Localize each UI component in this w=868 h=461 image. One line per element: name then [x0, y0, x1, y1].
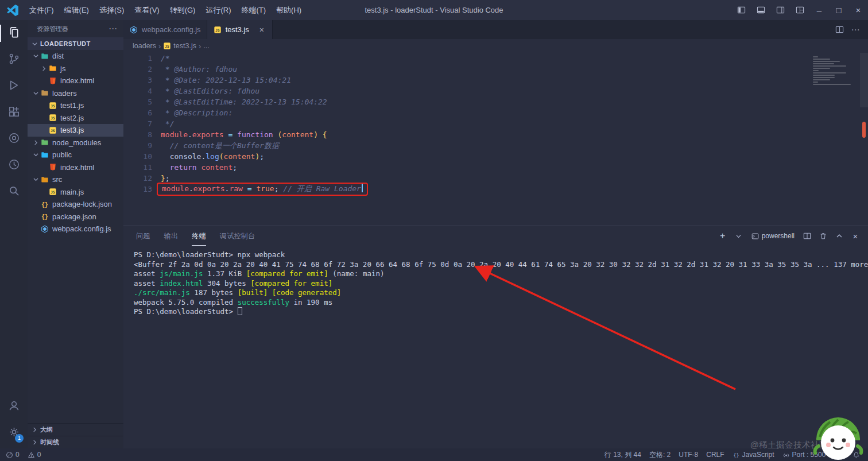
close-panel-icon[interactable]: ×	[850, 230, 861, 242]
maximize-panel-icon[interactable]	[834, 230, 845, 242]
status-item[interactable]: Port : 5500	[782, 451, 826, 459]
layout-customize-button[interactable]	[790, 0, 809, 20]
code-line[interactable]: 3 * @Date: 2022-12-13 15:04:21	[123, 75, 868, 86]
tree-item[interactable]: JSmain.js	[28, 186, 123, 199]
breadcrumb-item[interactable]: ...	[203, 42, 209, 50]
scrollbar-slider[interactable]	[860, 53, 868, 107]
layout-panel-button[interactable]	[751, 0, 770, 20]
status-item[interactable]: {}JavaScript	[733, 451, 774, 459]
code-editor[interactable]: 1/*2 * @Author: fdhou3 * @Date: 2022-12-…	[123, 53, 868, 226]
status-item[interactable]: QQ	[834, 451, 844, 459]
minimize-button[interactable]: –	[809, 0, 829, 20]
close-button[interactable]: ×	[848, 0, 868, 20]
code-line[interactable]: 13module.exports.raw = true; // 开启 Raw L…	[123, 184, 868, 195]
activity-remote-explorer[interactable]	[0, 126, 28, 152]
code-line[interactable]: 2 * @Author: fdhou	[123, 64, 868, 75]
code-line[interactable]: 6 * @Description:	[123, 107, 868, 118]
terminal-dropdown-icon[interactable]	[733, 230, 745, 242]
tree-item[interactable]: node_modules	[28, 137, 123, 149]
code-line[interactable]: 1/*	[123, 53, 868, 64]
new-terminal-button[interactable]: +	[717, 230, 728, 242]
menu-item-f[interactable]: 文件(F)	[24, 0, 59, 20]
line-number: 5	[123, 96, 152, 107]
breadcrumb-item[interactable]: JStest3.js	[163, 41, 196, 51]
chevron-right-icon	[39, 64, 48, 73]
overview-ruler-marker	[862, 122, 866, 138]
activity-run-debug[interactable]	[0, 73, 28, 99]
code-line[interactable]: 7 */	[123, 118, 868, 129]
terminal-token: <Buffer 2f 2a 0d 0a 20 2a 20 40 41 75 74…	[134, 260, 868, 269]
tree-item[interactable]: js	[28, 63, 123, 75]
activity-account[interactable]	[0, 393, 28, 420]
panel-tab-调试控制台[interactable]: 调试控制台	[220, 226, 255, 246]
chevron-spacer	[39, 76, 48, 86]
menu-item-e[interactable]: 编辑(E)	[59, 0, 94, 20]
tree-item[interactable]: index.html	[28, 75, 123, 87]
activity-history[interactable]	[0, 152, 28, 179]
json-file-icon: {}	[40, 212, 49, 221]
code-line[interactable]: 5 * @LastEditTime: 2022-12-13 15:04:22	[123, 96, 868, 107]
status-item[interactable]: 空格: 2	[649, 450, 671, 460]
tree-item[interactable]: JStest2.js	[28, 112, 123, 125]
code-line[interactable]: 4 * @LastEditors: fdhou	[123, 86, 868, 96]
split-terminal-icon[interactable]	[801, 230, 813, 242]
status-item[interactable]: UTF-8	[679, 451, 698, 459]
activity-source-control[interactable]	[0, 47, 28, 73]
minimap[interactable]	[813, 55, 858, 85]
tree-item[interactable]: {}package-lock.json	[28, 198, 123, 211]
tree-item-label: dist	[52, 52, 64, 60]
menu-item-h[interactable]: 帮助(H)	[271, 0, 307, 20]
menu-item-t[interactable]: 终端(T)	[236, 0, 271, 20]
activity-explorer[interactable]	[0, 20, 28, 47]
tree-item[interactable]: public	[28, 149, 123, 161]
status-error[interactable]: 0	[6, 451, 20, 459]
maximize-button[interactable]: □	[829, 0, 848, 20]
menu-item-v[interactable]: 查看(V)	[129, 0, 164, 20]
menu-item-s[interactable]: 选择(S)	[94, 0, 129, 20]
layout-sidebar-right-button[interactable]	[770, 0, 790, 20]
code-line[interactable]: 11 return content;	[123, 162, 868, 173]
status-warning[interactable]: 0	[28, 451, 41, 459]
terminal-token: asset	[134, 279, 160, 288]
panel-tab-问题[interactable]: 问题	[136, 226, 150, 246]
activity-settings[interactable]: 1	[0, 420, 28, 446]
status-item[interactable]	[852, 451, 860, 459]
terminal-output[interactable]: PS D:\demo\loaderStudt> npx webpack<Buff…	[123, 246, 868, 448]
tree-item[interactable]: {}package.json	[28, 211, 123, 223]
tab-close-icon[interactable]: ×	[257, 25, 266, 34]
tree-item[interactable]: dist	[28, 50, 123, 63]
tree-item[interactable]: webpack.config.js	[28, 223, 123, 235]
kill-terminal-icon[interactable]	[817, 230, 829, 242]
sidebar-section-时间线[interactable]: 时间线	[28, 436, 123, 448]
layout-sidebar-left-button[interactable]	[731, 0, 751, 20]
tree-item[interactable]: JStest1.js	[28, 99, 123, 112]
editor-more-icon[interactable]: ⋯	[848, 23, 862, 37]
scrollbar[interactable]	[860, 53, 868, 226]
code-line[interactable]: 9 // content是一个Buffer数据	[123, 140, 868, 151]
breadcrumb-item[interactable]: loaders	[133, 42, 156, 50]
tree-item[interactable]: index.html	[28, 161, 123, 174]
code-line[interactable]: 8module.exports = function (content) {	[123, 129, 868, 140]
explorer-more-icon[interactable]: ⋯	[108, 24, 118, 34]
tree-item[interactable]: loaders	[28, 87, 123, 100]
tab-test3.js[interactable]: JStest3.js×	[207, 20, 273, 39]
panel-tab-终端[interactable]: 终端	[192, 226, 206, 246]
svg-text:JS: JS	[51, 129, 55, 133]
activity-search[interactable]	[0, 179, 28, 205]
tab-webpack.config.js[interactable]: webpack.config.js	[123, 20, 207, 39]
shell-selector[interactable]: powershell	[749, 232, 797, 240]
tree-item[interactable]: JStest3.js	[28, 124, 123, 137]
menu-item-g[interactable]: 转到(G)	[165, 0, 201, 20]
sidebar-section-大纲[interactable]: 大纲	[28, 423, 123, 436]
code-line[interactable]: 10 console.log(content);	[123, 151, 868, 162]
project-root-row[interactable]: LOADERSTUDT	[28, 37, 123, 50]
js-file-icon: JS	[213, 25, 222, 34]
js-file-icon: JS	[163, 41, 171, 51]
status-item[interactable]: 行 13, 列 44	[604, 450, 641, 460]
split-editor-icon[interactable]	[832, 23, 846, 37]
menu-item-r[interactable]: 运行(R)	[200, 0, 236, 20]
activity-extensions[interactable]	[0, 99, 28, 126]
panel-tab-输出[interactable]: 输出	[164, 226, 179, 246]
tree-item[interactable]: src	[28, 173, 123, 186]
status-item[interactable]: CRLF	[706, 451, 724, 459]
